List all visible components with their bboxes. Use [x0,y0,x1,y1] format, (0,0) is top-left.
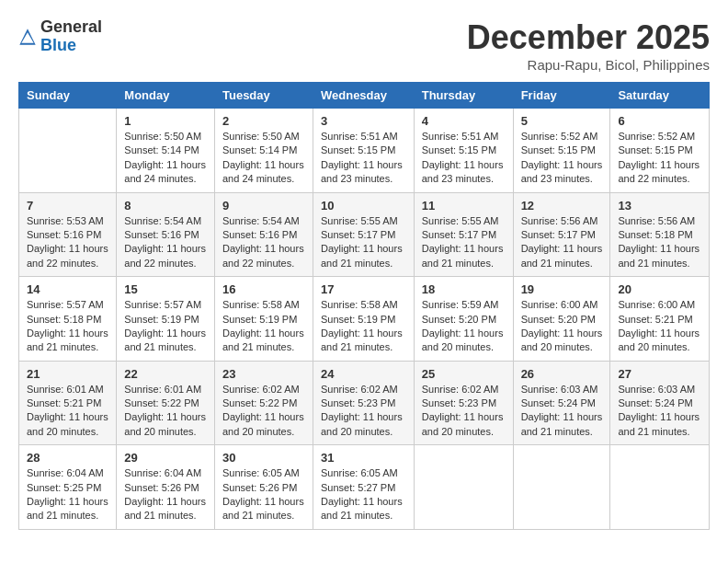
sunrise: Sunrise: 5:54 AM [124,215,201,226]
sunrise: Sunrise: 6:01 AM [27,384,104,395]
sunrise: Sunrise: 6:04 AM [124,467,201,478]
day-info: Sunrise: 5:57 AM Sunset: 5:18 PM Dayligh… [27,298,108,355]
daylight: Daylight: 11 hours and 21 minutes. [222,496,304,521]
calendar-table: Sunday Monday Tuesday Wednesday Thursday… [18,82,710,530]
header-thursday: Thursday [414,83,513,109]
sunset: Sunset: 5:18 PM [27,314,101,325]
sunset: Sunset: 5:27 PM [321,482,395,493]
month-year: December 2025 [467,18,710,57]
sunrise: Sunrise: 5:51 AM [422,131,499,142]
week-row-5: 28 Sunrise: 6:04 AM Sunset: 5:25 PM Dayl… [19,445,710,530]
daylight: Daylight: 11 hours and 24 minutes. [124,159,206,184]
day-number: 9 [222,199,305,213]
cell-w1-d5: 5 Sunrise: 5:52 AM Sunset: 5:15 PM Dayli… [513,109,610,193]
cell-w3-d4: 18 Sunrise: 5:59 AM Sunset: 5:20 PM Dayl… [414,277,513,362]
day-info: Sunrise: 5:59 AM Sunset: 5:20 PM Dayligh… [422,298,506,355]
day-info: Sunrise: 6:02 AM Sunset: 5:23 PM Dayligh… [422,383,506,440]
daylight: Daylight: 11 hours and 23 minutes. [521,159,603,184]
sunrise: Sunrise: 5:53 AM [27,215,104,226]
daylight: Daylight: 11 hours and 21 minutes. [618,243,700,268]
cell-w3-d5: 19 Sunrise: 6:00 AM Sunset: 5:20 PM Dayl… [513,277,610,362]
daylight: Daylight: 11 hours and 22 minutes. [27,243,108,268]
cell-w5-d0: 28 Sunrise: 6:04 AM Sunset: 5:25 PM Dayl… [19,445,117,530]
sunrise: Sunrise: 5:59 AM [422,299,499,310]
sunrise: Sunrise: 6:02 AM [321,384,398,395]
sunrise: Sunrise: 6:00 AM [521,299,598,310]
sunset: Sunset: 5:14 PM [222,144,297,155]
day-info: Sunrise: 6:00 AM Sunset: 5:20 PM Dayligh… [521,298,603,355]
header-tuesday: Tuesday [214,83,313,109]
daylight: Daylight: 11 hours and 21 minutes. [124,496,206,521]
cell-w3-d2: 16 Sunrise: 5:58 AM Sunset: 5:19 PM Dayl… [214,277,313,362]
page-container: General Blue December 2025 Rapu-Rapu, Bi… [18,18,710,530]
daylight: Daylight: 11 hours and 21 minutes. [422,243,504,268]
sunrise: Sunrise: 5:58 AM [321,299,398,310]
sunset: Sunset: 5:19 PM [321,314,395,325]
cell-w5-d6 [610,445,710,530]
logo-text: General Blue [40,18,102,55]
daylight: Daylight: 11 hours and 20 minutes. [618,327,700,352]
sunset: Sunset: 5:26 PM [222,482,297,493]
sunrise: Sunrise: 5:55 AM [422,215,499,226]
daylight: Daylight: 11 hours and 21 minutes. [27,327,108,352]
sunrise: Sunrise: 5:56 AM [521,215,598,226]
day-number: 10 [321,199,406,213]
sunrise: Sunrise: 5:57 AM [124,299,201,310]
cell-w5-d5 [513,445,610,530]
week-row-4: 21 Sunrise: 6:01 AM Sunset: 5:21 PM Dayl… [19,361,710,445]
sunrise: Sunrise: 6:00 AM [618,299,695,310]
sunrise: Sunrise: 6:02 AM [222,384,300,395]
cell-w2-d5: 12 Sunrise: 5:56 AM Sunset: 5:17 PM Dayl… [513,192,610,277]
day-number: 26 [521,367,603,381]
day-info: Sunrise: 5:50 AM Sunset: 5:14 PM Dayligh… [124,130,207,187]
day-number: 17 [321,282,406,296]
day-number: 16 [222,282,305,296]
day-number: 1 [124,114,207,128]
sunset: Sunset: 5:17 PM [521,229,596,240]
day-info: Sunrise: 5:56 AM Sunset: 5:17 PM Dayligh… [521,214,603,271]
day-info: Sunrise: 5:53 AM Sunset: 5:16 PM Dayligh… [27,214,108,271]
sunset: Sunset: 5:16 PM [124,229,199,240]
cell-w5-d1: 29 Sunrise: 6:04 AM Sunset: 5:26 PM Dayl… [117,445,215,530]
cell-w2-d0: 7 Sunrise: 5:53 AM Sunset: 5:16 PM Dayli… [19,192,117,277]
day-info: Sunrise: 5:52 AM Sunset: 5:15 PM Dayligh… [618,130,701,187]
sunset: Sunset: 5:20 PM [422,314,496,325]
sunset: Sunset: 5:18 PM [618,229,692,240]
location: Rapu-Rapu, Bicol, Philippines [467,57,710,73]
cell-w2-d1: 8 Sunrise: 5:54 AM Sunset: 5:16 PM Dayli… [117,192,215,277]
day-number: 18 [422,282,506,296]
daylight: Daylight: 11 hours and 23 minutes. [422,159,504,184]
day-number: 19 [521,282,603,296]
day-info: Sunrise: 5:51 AM Sunset: 5:15 PM Dayligh… [321,130,406,187]
week-row-1: 1 Sunrise: 5:50 AM Sunset: 5:14 PM Dayli… [19,109,710,193]
day-number: 7 [27,199,108,213]
sunset: Sunset: 5:15 PM [321,144,395,155]
day-number: 23 [222,367,305,381]
week-row-2: 7 Sunrise: 5:53 AM Sunset: 5:16 PM Dayli… [19,192,710,277]
day-info: Sunrise: 6:01 AM Sunset: 5:21 PM Dayligh… [27,383,108,440]
sunset: Sunset: 5:24 PM [618,397,692,408]
cell-w2-d3: 10 Sunrise: 5:55 AM Sunset: 5:17 PM Dayl… [313,192,414,277]
logo-icon [18,28,37,46]
daylight: Daylight: 11 hours and 21 minutes. [521,411,603,436]
daylight: Daylight: 11 hours and 24 minutes. [222,159,304,184]
day-info: Sunrise: 5:56 AM Sunset: 5:18 PM Dayligh… [618,214,701,271]
sunrise: Sunrise: 5:56 AM [618,215,695,226]
day-number: 6 [618,114,701,128]
day-info: Sunrise: 5:58 AM Sunset: 5:19 PM Dayligh… [321,298,406,355]
day-info: Sunrise: 5:58 AM Sunset: 5:19 PM Dayligh… [222,298,305,355]
day-info: Sunrise: 5:50 AM Sunset: 5:14 PM Dayligh… [222,130,305,187]
daylight: Daylight: 11 hours and 21 minutes. [521,243,603,268]
sunset: Sunset: 5:16 PM [27,229,101,240]
sunset: Sunset: 5:20 PM [521,314,596,325]
sunset: Sunset: 5:22 PM [222,397,297,408]
weekday-header-row: Sunday Monday Tuesday Wednesday Thursday… [19,83,710,109]
daylight: Daylight: 11 hours and 21 minutes. [222,327,304,352]
daylight: Daylight: 11 hours and 20 minutes. [422,327,504,352]
day-number: 28 [27,451,108,465]
day-number: 21 [27,367,108,381]
sunset: Sunset: 5:21 PM [27,397,101,408]
day-info: Sunrise: 6:00 AM Sunset: 5:21 PM Dayligh… [618,298,701,355]
day-number: 8 [124,199,207,213]
day-info: Sunrise: 6:03 AM Sunset: 5:24 PM Dayligh… [618,383,701,440]
